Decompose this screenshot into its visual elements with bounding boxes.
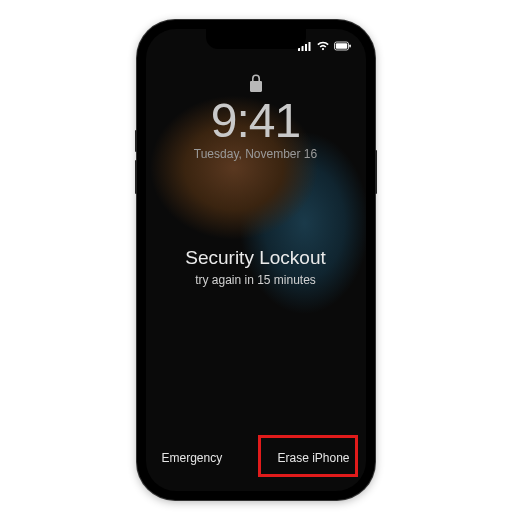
svg-rect-0 — [298, 48, 300, 51]
lock-icon — [248, 73, 264, 93]
volume-button — [135, 130, 137, 152]
emergency-button[interactable]: Emergency — [162, 451, 223, 465]
svg-rect-2 — [305, 44, 307, 51]
erase-iphone-button[interactable]: Erase iPhone — [277, 451, 349, 465]
power-button — [375, 150, 377, 194]
svg-rect-6 — [349, 44, 351, 47]
volume-button — [135, 160, 137, 194]
display-notch — [206, 29, 306, 49]
lockout-title: Security Lockout — [158, 247, 354, 269]
battery-icon — [334, 41, 352, 51]
lockout-subtitle: try again in 15 minutes — [158, 273, 354, 287]
svg-rect-3 — [308, 42, 310, 51]
phone-screen: 9:41 Tuesday, November 16 Security Locko… — [146, 29, 366, 491]
lock-screen-date: Tuesday, November 16 — [146, 147, 366, 161]
bottom-actions: Emergency Erase iPhone — [146, 451, 366, 491]
svg-rect-5 — [335, 43, 346, 49]
iphone-device-frame: 9:41 Tuesday, November 16 Security Locko… — [137, 20, 375, 500]
clock-area: 9:41 Tuesday, November 16 — [146, 97, 366, 161]
lockout-message: Security Lockout try again in 15 minutes — [146, 247, 366, 287]
svg-rect-1 — [301, 46, 303, 51]
wifi-icon — [316, 41, 330, 51]
lock-screen-time: 9:41 — [146, 97, 366, 145]
